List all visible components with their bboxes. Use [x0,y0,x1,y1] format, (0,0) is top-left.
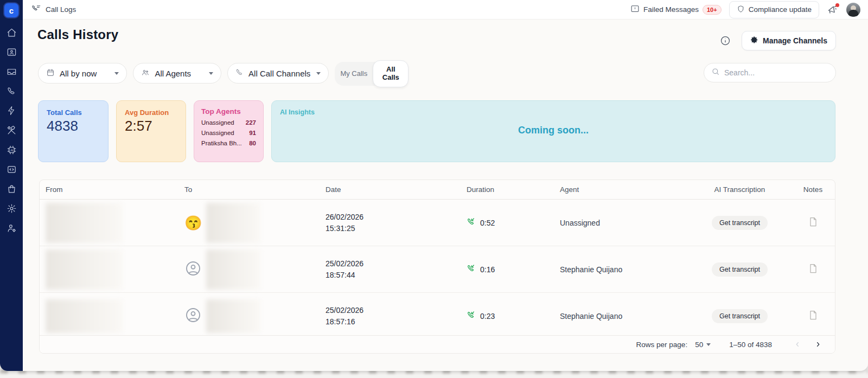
bolt-icon[interactable] [6,105,17,116]
settings-icon[interactable] [6,203,17,214]
date-text: 25/02/2026 [326,258,461,269]
get-transcript-button[interactable]: Get transcript [712,309,768,323]
calls-tab-group: My Calls All Calls [335,62,409,86]
code-icon[interactable] [6,164,17,175]
compliance-update-button[interactable]: Compliance update [729,1,819,18]
time-text: 18:57:44 [326,270,461,280]
duration-cell: 0:52 [461,217,554,228]
tools-icon[interactable] [6,125,17,136]
stats-cards: Total Calls 4838 Avg Duration 2:57 Top A… [38,100,835,162]
kiosk-icon[interactable] [6,47,17,57]
contact-emoji-avatar: 😙 [184,216,202,230]
info-icon[interactable] [720,35,731,46]
ai-insights-label: AI Insights [280,108,827,116]
app-window: c AI Call Logs Failed Messages 10+ Compl… [0,0,868,371]
transcription-cell: Get transcript [690,216,790,230]
contact-person-avatar-icon [184,306,202,326]
notification-dot [835,3,839,7]
next-page-button[interactable] [811,337,825,351]
compliance-label: Compliance update [749,5,812,14]
incoming-call-icon [467,311,475,321]
redacted-to [206,299,260,333]
top-agent-count: 80 [249,140,256,146]
phone-icon [235,68,244,78]
gear-icon [750,36,758,46]
incoming-call-icon [467,217,475,228]
top-agent-count: 91 [249,130,256,136]
call-logs-icon [31,4,41,15]
top-agent-name: Unassigned [201,130,234,136]
table-header: From To Date Duration Agent AI Transcrip… [40,180,835,200]
tab-all-calls-label: All Calls [381,66,400,82]
failed-messages-link[interactable]: Failed Messages 10+ [630,4,722,15]
total-calls-label: Total Calls [47,108,100,117]
ai-chip-icon[interactable]: AI [6,144,17,155]
total-calls-value: 4838 [47,118,100,134]
tab-my-calls[interactable]: My Calls [335,66,373,82]
failed-messages-badge: 10+ [703,5,722,15]
redacted-to [206,203,260,243]
rows-per-page-select[interactable]: 50 [695,341,711,349]
chevron-down-icon [114,72,119,75]
search-box [704,63,836,82]
agents-filter-dropdown[interactable]: All Agents [133,63,221,84]
rows-per-page-value: 50 [695,341,703,349]
top-agent-row: Pratiksha Bh...80 [201,140,256,146]
date-cell: 25/02/202618:57:44 [320,258,461,280]
agent-cell: Stephanie Quijano [554,265,690,274]
breadcrumb: Call Logs [31,4,76,15]
col-from: From [40,185,178,194]
phone-icon[interactable] [6,86,17,97]
message-alert-icon [630,4,640,15]
inbox-icon[interactable] [6,66,17,77]
agent-cell: Unassigned [554,219,690,227]
user-settings-icon[interactable] [6,222,17,233]
page-title: Calls History [37,27,118,42]
from-cell [40,249,178,290]
shopping-bag-icon[interactable] [6,183,17,194]
calls-table: From To Date Duration Agent AI Transcrip… [39,180,835,354]
channels-filter-dropdown[interactable]: All Call Channels [227,63,329,84]
redacted-to [206,249,260,290]
date-filter-dropdown[interactable]: All by now [38,63,127,84]
date-cell: 26/02/202615:31:25 [320,212,461,234]
table-row[interactable]: 25/02/202618:57:16 0:23 Stephanie Quijan… [40,293,835,339]
note-document-icon[interactable] [808,216,819,229]
to-cell: 😙 [178,203,320,243]
from-cell [40,203,178,243]
chevron-down-icon [316,72,321,75]
manage-channels-label: Manage Channels [763,36,827,45]
col-to: To [178,185,320,194]
table-row[interactable]: 😙 26/02/202615:31:25 0:52 Unassigned Get… [40,200,835,246]
transcription-cell: Get transcript [690,262,790,277]
topbar-right: Failed Messages 10+ Compliance update [630,1,860,18]
get-transcript-button[interactable]: Get transcript [712,262,768,277]
notes-cell [790,216,835,229]
sidebar: c AI [0,0,23,371]
topbar: Call Logs Failed Messages 10+ Compliance… [23,0,868,20]
table-row[interactable]: 25/02/202618:57:44 0:16 Stephanie Quijan… [40,246,835,293]
app-logo[interactable]: c [4,3,18,17]
manage-channels-button[interactable]: Manage Channels [742,31,836,50]
users-icon [141,68,150,79]
search-icon [711,67,720,78]
topbar-title-text: Call Logs [46,5,76,14]
tab-all-calls[interactable]: All Calls [373,60,409,87]
contact-person-avatar-icon [184,260,202,279]
shield-icon [737,5,745,15]
search-input[interactable] [724,68,828,77]
get-transcript-button[interactable]: Get transcript [712,216,768,230]
to-cell [178,249,320,290]
avg-duration-card: Avg Duration 2:57 [116,100,186,162]
note-document-icon[interactable] [808,263,819,276]
note-document-icon[interactable] [808,310,819,323]
failed-messages-label: Failed Messages [643,5,699,14]
col-duration: Duration [461,185,554,194]
announcements-icon[interactable] [827,4,839,16]
home-icon[interactable] [6,27,17,38]
duration-text: 0:16 [480,265,495,274]
user-avatar[interactable] [846,3,860,17]
duration-text: 0:52 [480,219,495,227]
previous-page-button[interactable] [790,337,805,351]
ai-insights-message: Coming soon... [272,125,835,136]
